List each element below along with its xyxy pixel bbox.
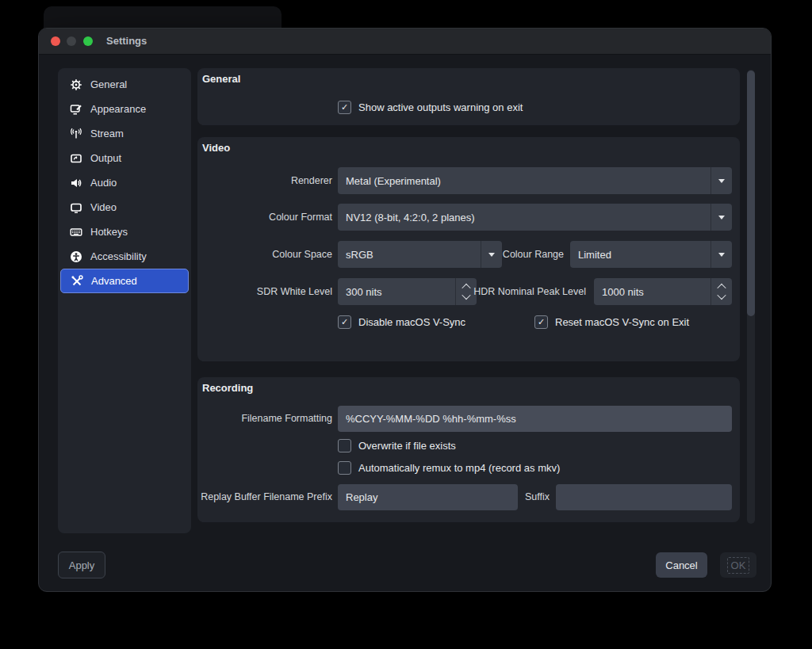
speaker-icon xyxy=(69,176,82,189)
show-active-outputs-warning-checkbox[interactable] xyxy=(338,101,351,114)
close-traffic-light-icon[interactable] xyxy=(51,36,60,46)
apply-button[interactable]: Apply xyxy=(58,552,105,578)
renderer-value: Metal (Experimental) xyxy=(338,175,710,187)
chevron-down-icon xyxy=(710,204,732,231)
colour-format-value: NV12 (8-bit, 4:2:0, 2 planes) xyxy=(338,212,710,223)
chevron-down-icon xyxy=(710,167,732,194)
title-bar[interactable]: Settings xyxy=(39,29,771,55)
hdr-peak-level-spinbox[interactable]: 1000 nits xyxy=(594,278,732,305)
recording-section: Recording Filename Formatting Overwrite … xyxy=(197,377,740,522)
overwrite-row: Overwrite if file exists xyxy=(338,439,456,452)
accessibility-person-icon xyxy=(69,250,82,263)
sidebar-item-video[interactable]: Video xyxy=(60,195,189,220)
window-title: Settings xyxy=(106,29,147,54)
desktop-background: Settings General Appearance xyxy=(0,0,812,649)
ok-button-label: OK xyxy=(727,557,750,574)
overwrite-checkbox[interactable] xyxy=(338,439,351,452)
minimize-traffic-light-icon[interactable] xyxy=(67,36,76,46)
content-scrollbar-thumb[interactable] xyxy=(747,71,755,316)
disable-vsync-checkbox[interactable] xyxy=(338,315,351,329)
renderer-dropdown[interactable]: Metal (Experimental) xyxy=(338,167,732,194)
sidebar-item-label: Video xyxy=(90,201,117,213)
remux-row: Automatically remux to mp4 (record as mk… xyxy=(338,461,560,475)
colour-format-label: Colour Format xyxy=(197,204,332,231)
replay-prefix-input[interactable] xyxy=(338,484,518,510)
sidebar-item-hotkeys[interactable]: Hotkeys xyxy=(60,220,189,244)
sidebar-item-label: Stream xyxy=(90,128,124,139)
video-section: Video Renderer Metal (Experimental) Colo… xyxy=(197,137,740,361)
checkbox-label: Overwrite if file exists xyxy=(358,440,456,452)
colour-range-value: Limited xyxy=(570,249,710,261)
checkbox-label: Automatically remux to mp4 (record as mk… xyxy=(358,462,560,474)
zoom-traffic-light-icon[interactable] xyxy=(83,36,93,46)
filename-formatting-input[interactable] xyxy=(338,406,732,432)
settings-sidebar: General Appearance Stream xyxy=(58,68,191,533)
chevron-down-icon xyxy=(710,241,732,268)
sidebar-item-label: Audio xyxy=(90,177,117,189)
filename-formatting-label: Filename Formatting xyxy=(197,406,332,432)
sdr-white-level-label: SDR White Level xyxy=(197,278,332,305)
apply-button-label: Apply xyxy=(69,559,95,571)
sidebar-item-label: Advanced xyxy=(91,275,137,287)
suffix-input[interactable] xyxy=(556,484,732,510)
general-section: General Show active outputs warning on e… xyxy=(197,68,740,125)
tools-icon xyxy=(70,274,83,288)
reset-vsync-checkbox[interactable] xyxy=(534,315,548,329)
colour-space-label: Colour Space xyxy=(197,241,332,268)
recording-section-title: Recording xyxy=(202,382,253,394)
general-section-title: General xyxy=(202,73,240,85)
display-icon xyxy=(69,200,82,214)
spinner-arrows-icon[interactable] xyxy=(710,278,732,305)
hdr-peak-level-value: 1000 nits xyxy=(594,286,710,298)
sidebar-item-stream[interactable]: Stream xyxy=(60,121,189,146)
keyboard-icon xyxy=(69,225,82,239)
settings-window: Settings General Appearance xyxy=(38,28,772,592)
sidebar-item-label: Output xyxy=(90,152,121,164)
colour-range-dropdown[interactable]: Limited xyxy=(570,241,732,268)
show-active-outputs-warning-row: Show active outputs warning on exit xyxy=(338,101,523,114)
checkbox-label: Show active outputs warning on exit xyxy=(358,101,523,113)
appearance-brush-icon xyxy=(69,102,82,116)
sidebar-item-label: Hotkeys xyxy=(90,226,128,238)
sdr-white-level-value: 300 nits xyxy=(338,286,455,298)
reset-vsync-row: Reset macOS V-Sync on Exit xyxy=(534,315,689,329)
hdr-peak-level-label: HDR Nominal Peak Level xyxy=(459,278,586,305)
checkbox-label: Reset macOS V-Sync on Exit xyxy=(555,316,689,328)
ok-button[interactable]: OK xyxy=(720,552,756,578)
sidebar-item-accessibility[interactable]: Accessibility xyxy=(60,244,189,269)
sidebar-item-advanced[interactable]: Advanced xyxy=(60,269,189,293)
sidebar-item-general[interactable]: General xyxy=(60,72,189,97)
renderer-label: Renderer xyxy=(197,167,332,194)
colour-format-dropdown[interactable]: NV12 (8-bit, 4:2:0, 2 planes) xyxy=(338,204,732,231)
sidebar-item-appearance[interactable]: Appearance xyxy=(60,97,189,121)
sidebar-item-label: Appearance xyxy=(90,103,146,115)
sidebar-item-label: General xyxy=(90,78,127,90)
antenna-icon xyxy=(69,127,82,140)
video-section-title: Video xyxy=(202,142,230,154)
gear-icon xyxy=(69,78,82,91)
output-share-icon xyxy=(69,151,82,165)
cancel-button[interactable]: Cancel xyxy=(656,552,707,578)
colour-range-label: Colour Range xyxy=(429,241,564,268)
sidebar-item-audio[interactable]: Audio xyxy=(60,170,189,195)
checkbox-label: Disable macOS V-Sync xyxy=(358,316,465,328)
disable-vsync-row: Disable macOS V-Sync xyxy=(338,315,465,329)
cancel-button-label: Cancel xyxy=(665,559,697,571)
replay-prefix-label: Replay Buffer Filename Prefix xyxy=(197,484,332,510)
remux-checkbox[interactable] xyxy=(338,461,351,475)
sidebar-item-label: Accessibility xyxy=(90,250,147,262)
suffix-label: Suffix xyxy=(518,484,550,510)
sdr-white-level-spinbox[interactable]: 300 nits xyxy=(338,278,477,305)
sidebar-item-output[interactable]: Output xyxy=(60,146,189,170)
